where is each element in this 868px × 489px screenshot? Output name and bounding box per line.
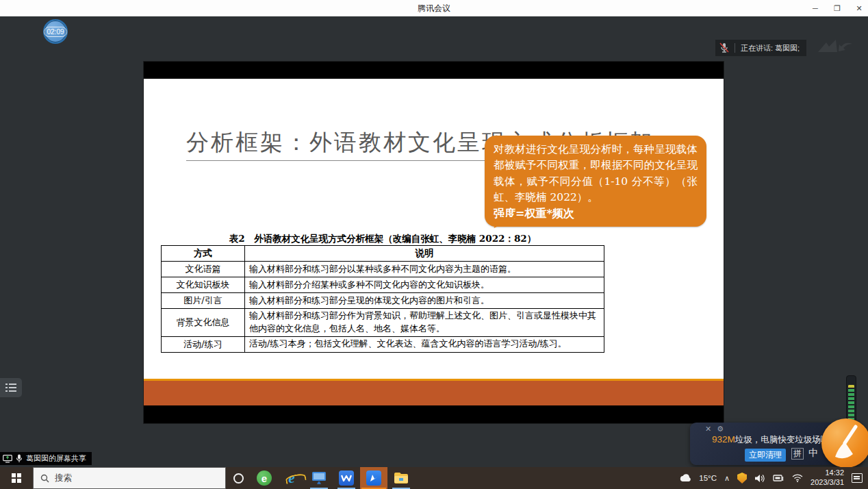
- slide-top-black-bar: [144, 62, 724, 79]
- browser360-icon: e: [257, 471, 272, 486]
- meeting-timer-badge[interactable]: 02:09: [43, 19, 68, 44]
- ime-language-icon[interactable]: 中: [808, 447, 818, 460]
- table-row: 活动/练习 活动/练习本身；包括文化理解、文化表达、蕴含文化内容的语言学习活动/…: [162, 336, 604, 352]
- tray-clock[interactable]: 14:32 2023/3/31: [810, 468, 844, 488]
- tencent-meeting-icon: [366, 471, 381, 486]
- popup-close-icon[interactable]: ✕: [705, 425, 711, 434]
- taskbar-app-wps[interactable]: [333, 467, 360, 489]
- popup-settings-icon[interactable]: ⚙: [717, 425, 724, 434]
- window-titlebar: 腾讯会议 ─ ❐ ✕: [0, 0, 868, 16]
- tray-expand-chevron[interactable]: ∧: [724, 474, 730, 483]
- system-tray: 15°C ∧ 14:32 2023/3/31: [679, 467, 868, 489]
- bubble-formula: 强度=权重*频次: [494, 205, 698, 222]
- taskbar-search-box[interactable]: 搜索: [33, 467, 226, 489]
- table-row: 图片/引言 输入材料部分和练习部分呈现的体现文化内容的图片和引言。: [162, 293, 604, 309]
- ethernet-icon[interactable]: [773, 474, 784, 482]
- taskbar-app-ie[interactable]: e: [278, 467, 305, 489]
- cell-method: 图片/引言: [162, 293, 245, 309]
- annotation-speech-bubble: 对教材进行文化呈现分析时，每种呈现载体都被赋予不同权重，即根据不同的文化呈现载体…: [485, 136, 706, 227]
- cell-description: 输入材料部分和练习部分作为背景知识，帮助理解上述文化、图片、引言或显性模块中其他…: [245, 309, 604, 337]
- screen-share-banner[interactable]: 葛囡囡的屏幕共享: [0, 452, 92, 465]
- microphone-muted-icon: [719, 42, 729, 53]
- broom-icon: [821, 418, 868, 468]
- folder-icon: [394, 472, 409, 484]
- maximize-button[interactable]: ❐: [832, 4, 842, 13]
- window-controls: ─ ❐ ✕: [810, 0, 864, 16]
- volume-level-fill: [848, 385, 854, 421]
- table-row: 文化知识板块 输入材料部分介绍某种或多种不同文化内容的文化知识板块。: [162, 277, 604, 293]
- framework-table: 方式 说明 文化语篇 输入材料部分和练习部分以某种或多种不同文化内容为主题的语篇…: [161, 245, 604, 353]
- cleaner-popup-controls: ✕ ⚙: [705, 425, 724, 434]
- cell-description: 输入材料部分和练习部分以某种或多种不同文化内容为主题的语篇。: [245, 262, 604, 277]
- cell-method: 背景文化信息: [162, 309, 245, 337]
- member-list-toggle[interactable]: [0, 378, 22, 397]
- wps-icon: [339, 471, 354, 486]
- ime-pinyin-icon[interactable]: 拼: [791, 448, 804, 460]
- speaking-indicator: 正在讲话: 葛囡囡;: [715, 40, 806, 56]
- cortana-button[interactable]: [226, 467, 251, 489]
- search-icon: [40, 474, 49, 483]
- window-title: 腾讯会议: [0, 0, 868, 16]
- cell-method: 文化知识板块: [162, 277, 245, 293]
- cleaner-message: 932M垃圾，电脑快变垃圾场啦!: [712, 434, 832, 446]
- speakbar-divider: [735, 43, 735, 53]
- tray-time: 14:32: [810, 468, 844, 478]
- cell-description: 输入材料部分介绍某种或多种不同文化内容的文化知识板块。: [245, 277, 604, 293]
- shared-slide: 分析框架：外语教材文化呈现方式分析框架 对教材进行文化呈现分析时，每种呈现载体都…: [144, 62, 724, 423]
- junk-message-text: 垃圾，电脑快变垃圾场啦!: [735, 435, 832, 444]
- taskbar-app-browser360[interactable]: e: [251, 467, 278, 489]
- security-shield-icon[interactable]: [737, 473, 747, 484]
- monitor-app-icon: [311, 471, 327, 485]
- slide-bottom-black-bar: [144, 405, 724, 423]
- table-header-row: 方式 说明: [162, 246, 604, 262]
- temperature-label[interactable]: 15°C: [699, 474, 717, 482]
- slide-rust-bar: [144, 381, 724, 405]
- taskbar-app-tencent-meeting-active[interactable]: [360, 467, 387, 489]
- table-row: 文化语篇 输入材料部分和练习部分以某种或多种不同文化内容为主题的语篇。: [162, 262, 604, 277]
- speaker-icon[interactable]: [754, 474, 765, 483]
- screen-share-label: 葛囡囡的屏幕共享: [26, 453, 86, 464]
- close-button[interactable]: ✕: [854, 4, 864, 13]
- wifi-icon[interactable]: [792, 474, 803, 482]
- tray-date: 2023/3/31: [810, 478, 844, 488]
- cell-description: 活动/练习本身；包括文化理解、文化表达、蕴含文化内容的语言学习活动/练习。: [245, 336, 604, 352]
- search-placeholder: 搜索: [55, 473, 72, 484]
- list-icon: [5, 383, 16, 392]
- minimize-button[interactable]: ─: [810, 4, 820, 12]
- windows-taskbar: 搜索 e e: [0, 467, 868, 489]
- tencent-meeting-window: 腾讯会议 ─ ❐ ✕ 02:09 正在讲话: 葛囡囡;: [0, 0, 868, 489]
- header-description: 说明: [245, 246, 604, 262]
- junk-size-value: 932M: [712, 434, 735, 444]
- start-button[interactable]: [0, 467, 33, 489]
- cell-description: 输入材料部分和练习部分呈现的体现文化内容的图片和引言。: [245, 293, 604, 309]
- table-row: 背景文化信息 输入材料部分和练习部分作为背景知识，帮助理解上述文化、图片、引言或…: [162, 309, 604, 337]
- cell-method: 文化语篇: [162, 262, 245, 277]
- cleaner-mascot-button[interactable]: [821, 418, 868, 468]
- windows-logo-icon: [12, 473, 21, 483]
- ie-icon: e: [288, 470, 294, 487]
- presenter-mic-icon: [16, 454, 23, 463]
- bubble-text: 对教材进行文化呈现分析时，每种呈现载体都被赋予不同权重，即根据不同的文化呈现载体…: [494, 143, 698, 203]
- action-center-icon[interactable]: [852, 473, 863, 483]
- table-caption: 表2 外语教材文化呈现方式分析框架（改编自张虹、李晓楠 2022：82）: [161, 233, 604, 245]
- meeting-stage: 02:09 正在讲话: 葛囡囡;: [0, 16, 868, 467]
- clean-now-button[interactable]: 立即清理: [745, 449, 786, 462]
- cortana-icon: [233, 473, 244, 484]
- taskbar-app-remote-desktop[interactable]: [305, 467, 333, 489]
- volume-level-meter: [846, 375, 856, 423]
- meeting-timer-value: 02:09: [44, 27, 66, 37]
- screen-share-icon: [3, 455, 12, 463]
- weather-cloud-icon: [679, 474, 691, 482]
- taskbar-app-file-explorer[interactable]: [387, 467, 415, 489]
- header-method: 方式: [162, 246, 245, 262]
- cell-method: 活动/练习: [162, 336, 245, 352]
- reaction-arrows-icon[interactable]: [817, 38, 855, 58]
- speaking-label: 正在讲话: 葛囡囡;: [741, 43, 800, 53]
